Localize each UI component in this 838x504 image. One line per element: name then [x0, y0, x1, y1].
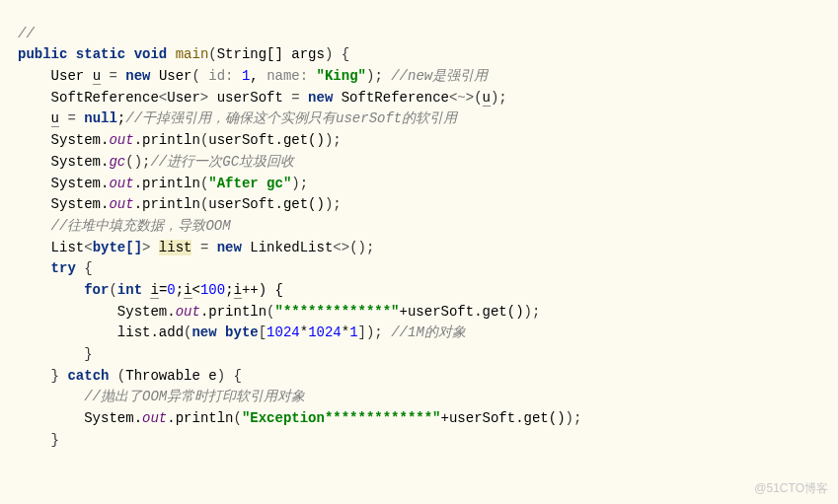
type-byte-arr: byte[] — [93, 240, 142, 255]
hint-id: id: — [208, 68, 233, 84]
param-list: String[] args — [217, 46, 325, 62]
comment: //new是强引用 — [391, 68, 488, 84]
method-println: println — [176, 410, 234, 426]
ctor-user: User — [159, 68, 192, 84]
var-i: i — [184, 282, 191, 299]
method-main: main — [176, 46, 209, 62]
arg: userSoft.get() — [208, 196, 325, 212]
kw-void: void — [134, 46, 168, 62]
num: 1 — [349, 324, 357, 340]
comment: //往堆中填充数据，导致OOM — [51, 218, 231, 234]
comment: // — [18, 26, 35, 41]
comment: //干掉强引用，确保这个实例只有userSoft的软引用 — [125, 110, 457, 126]
num-0: 0 — [167, 282, 175, 298]
method-add: add — [159, 324, 184, 340]
field-out: out — [176, 304, 200, 320]
str-king: "King" — [317, 68, 366, 84]
kw-byte: byte — [225, 324, 259, 340]
num: 1024 — [308, 324, 342, 340]
cls-system: System — [51, 176, 101, 191]
cls-system: System — [117, 304, 167, 320]
kw-static: static — [76, 46, 125, 62]
var-u: u — [51, 110, 59, 127]
num: 1024 — [267, 324, 300, 340]
cls-system: System — [51, 196, 101, 212]
kw-int: int — [117, 282, 142, 298]
method-println: println — [208, 304, 267, 320]
paren: ( — [208, 46, 216, 62]
code-editor[interactable]: // public static void main(String[] args… — [0, 0, 838, 459]
var-list: list — [159, 240, 192, 255]
field-out: out — [109, 196, 133, 212]
cls-system: System — [84, 410, 133, 426]
var-usersoft: userSoft — [217, 90, 283, 106]
paren: ) { — [325, 46, 349, 62]
arg: userSoft.get() — [208, 132, 325, 148]
ctor-softref: SoftReference — [342, 90, 449, 106]
field-out: out — [109, 176, 133, 191]
arg: userSoft.get() — [408, 304, 524, 320]
var-list: list — [117, 324, 151, 340]
var-u: u — [93, 68, 101, 85]
method-println: println — [142, 196, 200, 212]
type-user: User — [167, 90, 200, 106]
cls-system: System — [51, 154, 101, 170]
field-out: out — [109, 132, 133, 148]
field-out: out — [142, 410, 167, 426]
str: "*************" — [275, 304, 400, 320]
kw-new: new — [191, 324, 216, 340]
diamond-tilde: ~ — [457, 90, 465, 106]
kw-for: for — [84, 282, 109, 298]
ctor-linkedlist: LinkedList — [250, 240, 333, 255]
op-eq: = — [109, 68, 116, 84]
hint-name: name: — [267, 68, 308, 84]
method-gc: gc — [109, 154, 125, 170]
comment: //1M的对象 — [391, 324, 466, 340]
kw-new: new — [308, 90, 333, 106]
str: "Exception*************" — [242, 410, 441, 426]
var-i: i — [150, 282, 158, 299]
kw-null: null — [84, 110, 117, 126]
str: "After gc" — [208, 176, 291, 191]
kw-new: new — [125, 68, 150, 84]
kw-new: new — [217, 240, 242, 255]
type-user: User — [51, 68, 85, 84]
kw-try: try — [51, 260, 76, 276]
cls-system: System — [51, 132, 101, 148]
kw-catch: catch — [67, 368, 109, 384]
var-i: i — [234, 282, 242, 299]
arg: userSoft.get() — [449, 410, 566, 426]
arg-u: u — [483, 90, 491, 107]
comment: //抛出了OOM异常时打印软引用对象 — [84, 389, 305, 404]
type-list: List — [51, 240, 85, 255]
num-100: 100 — [200, 282, 225, 298]
catch-param: Throwable e — [125, 368, 216, 384]
method-println: println — [142, 176, 200, 191]
method-println: println — [142, 132, 200, 148]
kw-public: public — [18, 46, 67, 62]
watermark: @51CTO博客 — [754, 479, 828, 498]
type-softref: SoftReference — [51, 90, 159, 106]
comment: //进行一次GC垃圾回收 — [150, 154, 294, 170]
